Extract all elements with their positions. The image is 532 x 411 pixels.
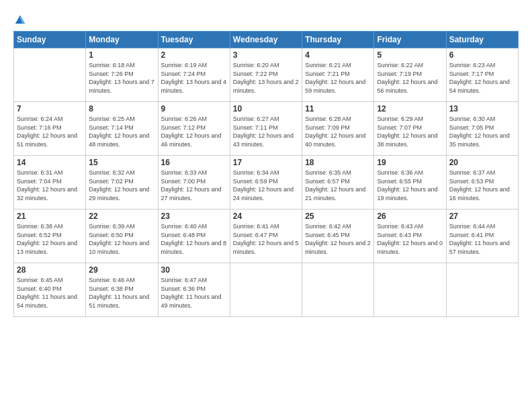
col-header-monday: Monday <box>86 32 158 48</box>
day-info: Sunrise: 6:39 AMSunset: 6:50 PMDaylight:… <box>89 222 154 256</box>
day-info: Sunrise: 6:33 AMSunset: 7:00 PMDaylight:… <box>161 169 227 202</box>
calendar-cell: 7Sunrise: 6:24 AMSunset: 7:16 PMDaylight… <box>14 102 86 156</box>
calendar-table: SundayMondayTuesdayWednesdayThursdayFrid… <box>13 31 519 317</box>
day-info: Sunrise: 6:20 AMSunset: 7:22 PMDaylight:… <box>233 61 299 95</box>
day-number: 4 <box>305 50 371 60</box>
day-info: Sunrise: 6:25 AMSunset: 7:14 PMDaylight:… <box>89 115 154 148</box>
day-number: 27 <box>449 212 515 221</box>
day-info: Sunrise: 6:36 AMSunset: 6:55 PMDaylight:… <box>377 169 443 202</box>
calendar-cell: 10Sunrise: 6:27 AMSunset: 7:11 PMDayligh… <box>230 102 302 156</box>
day-info: Sunrise: 6:34 AMSunset: 6:59 PMDaylight:… <box>233 169 299 202</box>
day-number: 24 <box>233 212 299 221</box>
calendar-cell <box>446 263 518 317</box>
day-info: Sunrise: 6:18 AMSunset: 7:26 PMDaylight:… <box>89 61 154 95</box>
day-number: 29 <box>89 265 154 275</box>
day-number: 20 <box>449 158 515 167</box>
calendar-cell <box>302 263 374 317</box>
calendar-cell: 24Sunrise: 6:41 AMSunset: 6:47 PMDayligh… <box>230 210 302 263</box>
day-info: Sunrise: 6:45 AMSunset: 6:40 PMDaylight:… <box>17 276 83 310</box>
logo-icon <box>14 13 26 26</box>
calendar-cell: 16Sunrise: 6:33 AMSunset: 7:00 PMDayligh… <box>158 156 230 210</box>
day-number: 18 <box>305 158 371 167</box>
day-info: Sunrise: 6:35 AMSunset: 6:57 PMDaylight:… <box>305 169 371 202</box>
day-number: 1 <box>89 50 154 60</box>
calendar-cell: 19Sunrise: 6:36 AMSunset: 6:55 PMDayligh… <box>374 156 446 210</box>
day-info: Sunrise: 6:31 AMSunset: 7:04 PMDaylight:… <box>17 169 83 202</box>
calendar-cell: 2Sunrise: 6:19 AMSunset: 7:24 PMDaylight… <box>158 48 230 102</box>
logo-text <box>13 13 26 26</box>
day-number: 28 <box>17 265 83 275</box>
day-number: 23 <box>161 212 227 221</box>
calendar-cell: 11Sunrise: 6:28 AMSunset: 7:09 PMDayligh… <box>302 102 374 156</box>
day-info: Sunrise: 6:30 AMSunset: 7:05 PMDaylight:… <box>449 115 515 148</box>
calendar-cell: 14Sunrise: 6:31 AMSunset: 7:04 PMDayligh… <box>14 156 86 210</box>
calendar-cell: 12Sunrise: 6:29 AMSunset: 7:07 PMDayligh… <box>374 102 446 156</box>
calendar-cell: 15Sunrise: 6:32 AMSunset: 7:02 PMDayligh… <box>86 156 158 210</box>
day-info: Sunrise: 6:32 AMSunset: 7:02 PMDaylight:… <box>89 169 154 202</box>
calendar-week-3: 14Sunrise: 6:31 AMSunset: 7:04 PMDayligh… <box>14 156 519 210</box>
day-info: Sunrise: 6:23 AMSunset: 7:17 PMDaylight:… <box>449 61 515 95</box>
day-number: 6 <box>449 50 515 60</box>
day-info: Sunrise: 6:28 AMSunset: 7:09 PMDaylight:… <box>305 115 371 148</box>
day-info: Sunrise: 6:47 AMSunset: 6:36 PMDaylight:… <box>161 276 227 310</box>
day-number: 12 <box>377 104 443 113</box>
calendar-cell: 26Sunrise: 6:43 AMSunset: 6:43 PMDayligh… <box>374 210 446 263</box>
col-header-friday: Friday <box>374 32 446 48</box>
col-header-tuesday: Tuesday <box>158 32 230 48</box>
day-info: Sunrise: 6:44 AMSunset: 6:41 PMDaylight:… <box>449 222 515 256</box>
day-info: Sunrise: 6:22 AMSunset: 7:19 PMDaylight:… <box>377 61 443 95</box>
day-number: 19 <box>377 158 443 167</box>
calendar-cell <box>230 263 302 317</box>
calendar-cell: 27Sunrise: 6:44 AMSunset: 6:41 PMDayligh… <box>446 210 518 263</box>
header <box>13 13 519 26</box>
calendar-cell: 6Sunrise: 6:23 AMSunset: 7:17 PMDaylight… <box>446 48 518 102</box>
calendar-cell <box>374 263 446 317</box>
calendar-cell: 30Sunrise: 6:47 AMSunset: 6:36 PMDayligh… <box>158 263 230 317</box>
day-info: Sunrise: 6:26 AMSunset: 7:12 PMDaylight:… <box>161 115 227 148</box>
day-number: 25 <box>305 212 371 221</box>
calendar-cell: 20Sunrise: 6:37 AMSunset: 6:53 PMDayligh… <box>446 156 518 210</box>
col-header-sunday: Sunday <box>14 32 86 48</box>
day-number: 21 <box>17 212 83 221</box>
calendar-cell: 18Sunrise: 6:35 AMSunset: 6:57 PMDayligh… <box>302 156 374 210</box>
day-info: Sunrise: 6:41 AMSunset: 6:47 PMDaylight:… <box>233 222 299 256</box>
calendar-cell: 21Sunrise: 6:38 AMSunset: 6:52 PMDayligh… <box>14 210 86 263</box>
day-info: Sunrise: 6:27 AMSunset: 7:11 PMDaylight:… <box>233 115 299 148</box>
col-header-wednesday: Wednesday <box>230 32 302 48</box>
day-info: Sunrise: 6:43 AMSunset: 6:43 PMDaylight:… <box>377 222 443 256</box>
day-info: Sunrise: 6:38 AMSunset: 6:52 PMDaylight:… <box>17 222 83 256</box>
calendar-week-1: 1Sunrise: 6:18 AMSunset: 7:26 PMDaylight… <box>14 48 519 102</box>
day-info: Sunrise: 6:46 AMSunset: 6:38 PMDaylight:… <box>89 276 154 310</box>
day-number: 30 <box>161 265 227 275</box>
calendar-cell: 9Sunrise: 6:26 AMSunset: 7:12 PMDaylight… <box>158 102 230 156</box>
calendar-week-2: 7Sunrise: 6:24 AMSunset: 7:16 PMDaylight… <box>14 102 519 156</box>
day-info: Sunrise: 6:24 AMSunset: 7:16 PMDaylight:… <box>17 115 83 148</box>
calendar-cell: 22Sunrise: 6:39 AMSunset: 6:50 PMDayligh… <box>86 210 158 263</box>
day-info: Sunrise: 6:42 AMSunset: 6:45 PMDaylight:… <box>305 222 371 256</box>
day-number: 7 <box>17 104 83 113</box>
calendar-header-row: SundayMondayTuesdayWednesdayThursdayFrid… <box>14 32 519 48</box>
calendar-cell: 25Sunrise: 6:42 AMSunset: 6:45 PMDayligh… <box>302 210 374 263</box>
calendar-cell: 13Sunrise: 6:30 AMSunset: 7:05 PMDayligh… <box>446 102 518 156</box>
day-number: 26 <box>377 212 443 221</box>
day-number: 14 <box>17 158 83 167</box>
day-number: 16 <box>161 158 227 167</box>
day-info: Sunrise: 6:19 AMSunset: 7:24 PMDaylight:… <box>161 61 227 95</box>
calendar-cell: 4Sunrise: 6:21 AMSunset: 7:21 PMDaylight… <box>302 48 374 102</box>
calendar-cell: 23Sunrise: 6:40 AMSunset: 6:48 PMDayligh… <box>158 210 230 263</box>
day-number: 8 <box>89 104 154 113</box>
calendar-cell: 5Sunrise: 6:22 AMSunset: 7:19 PMDaylight… <box>374 48 446 102</box>
day-info: Sunrise: 6:40 AMSunset: 6:48 PMDaylight:… <box>161 222 227 256</box>
col-header-saturday: Saturday <box>446 32 518 48</box>
calendar-cell: 1Sunrise: 6:18 AMSunset: 7:26 PMDaylight… <box>86 48 158 102</box>
day-info: Sunrise: 6:37 AMSunset: 6:53 PMDaylight:… <box>449 169 515 202</box>
day-number: 3 <box>233 50 299 60</box>
calendar-week-5: 28Sunrise: 6:45 AMSunset: 6:40 PMDayligh… <box>14 263 519 317</box>
day-number: 17 <box>233 158 299 167</box>
calendar-cell: 8Sunrise: 6:25 AMSunset: 7:14 PMDaylight… <box>86 102 158 156</box>
day-info: Sunrise: 6:29 AMSunset: 7:07 PMDaylight:… <box>377 115 443 148</box>
day-number: 5 <box>377 50 443 60</box>
logo <box>13 13 26 26</box>
calendar-cell: 29Sunrise: 6:46 AMSunset: 6:38 PMDayligh… <box>86 263 158 317</box>
day-number: 9 <box>161 104 227 113</box>
